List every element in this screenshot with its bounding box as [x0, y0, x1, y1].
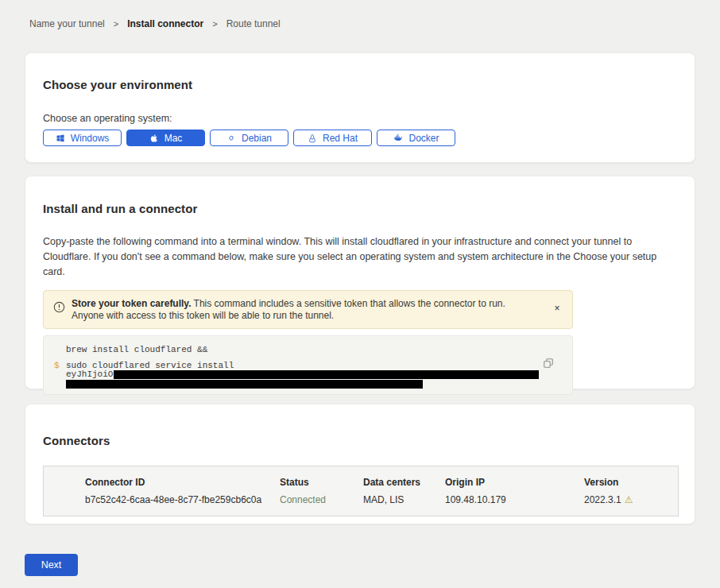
docker-whale-icon [393, 133, 403, 143]
debian-swirl-icon [226, 133, 236, 143]
connectors-table: Connector ID Status Data centers Origin … [43, 466, 679, 516]
os-button-debian[interactable]: Debian [210, 130, 288, 146]
os-button-label: Debian [242, 133, 272, 144]
token-warning-banner: Store your token carefully. This command… [43, 290, 573, 329]
breadcrumb-route-tunnel[interactable]: Route tunnel [226, 18, 281, 29]
version-value: 2022.3.1⚠ [584, 494, 633, 505]
redacted-token-bar [66, 380, 423, 389]
red-hat-icon [308, 133, 317, 143]
header-data-centers: Data centers [363, 477, 445, 488]
table-header-row: Connector ID Status Data centers Origin … [85, 477, 678, 488]
os-button-mac[interactable]: Mac [126, 130, 205, 146]
info-circle-icon [53, 301, 65, 316]
breadcrumb-install-connector[interactable]: Install connector [127, 18, 203, 29]
environment-card: Choose your environment Choose an operat… [25, 52, 695, 163]
install-connector-card: Install and run a connector Copy-paste t… [25, 176, 695, 389]
apple-icon [149, 133, 159, 143]
header-status: Status [280, 477, 363, 488]
install-card-title: Install and run a connector [43, 202, 671, 215]
copy-command-button[interactable] [541, 357, 555, 371]
token-prefix: eyJhIjoiO [66, 369, 113, 379]
header-connector-id: Connector ID [85, 477, 280, 488]
breadcrumb-separator: > [114, 19, 118, 29]
os-button-docker[interactable]: Docker [377, 130, 455, 146]
os-button-label: Mac [165, 133, 183, 144]
install-card-description: Copy-paste the following command into a … [43, 234, 671, 280]
shell-prompt: $ [54, 361, 60, 370]
table-row: b7c52c42-6caa-48ee-8c77-fbe259cb6c0a Con… [85, 494, 678, 505]
token-line-2 [66, 379, 423, 389]
os-button-windows[interactable]: Windows [43, 130, 122, 146]
install-command-block: $ brew install cloudflared && sudo cloud… [43, 335, 573, 395]
breadcrumb-name-your-tunnel[interactable]: Name your tunnel [29, 18, 105, 29]
close-icon[interactable]: × [551, 302, 563, 315]
breadcrumb: Name your tunnel > Install connector > R… [29, 18, 281, 29]
os-button-label: Red Hat [323, 133, 358, 144]
data-centers-value: MAD, LIS [363, 494, 445, 505]
origin-ip-value: 109.48.10.179 [445, 494, 584, 505]
next-button[interactable]: Next [25, 554, 78, 576]
warning-title: Store your token carefully. [72, 298, 192, 309]
header-version: Version [584, 477, 618, 488]
environment-card-title: Choose your environment [43, 78, 677, 91]
os-button-label: Windows [71, 133, 110, 144]
os-select-label: Choose an operating system: [43, 113, 677, 124]
header-origin-ip: Origin IP [445, 477, 584, 488]
version-warning-icon: ⚠ [625, 494, 633, 505]
connectors-card: Connectors Connector ID Status Data cent… [25, 404, 695, 524]
breadcrumb-separator: > [212, 19, 217, 29]
connector-id-value: b7c52c42-6caa-48ee-8c77-fbe259cb6c0a [85, 494, 280, 505]
os-button-group: Windows Mac Debian Red Hat [43, 130, 677, 146]
tunnel-setup-page: Name your tunnel > Install connector > R… [0, 0, 720, 588]
command-line-brew: brew install cloudflared && [66, 345, 207, 354]
os-button-label: Docker [408, 133, 439, 144]
status-badge: Connected [280, 494, 363, 505]
token-line: eyJhIjoiO [66, 369, 539, 379]
windows-icon [56, 133, 65, 143]
os-button-redhat[interactable]: Red Hat [293, 130, 372, 146]
redacted-token-bar [114, 370, 539, 379]
connectors-card-title: Connectors [43, 434, 677, 447]
